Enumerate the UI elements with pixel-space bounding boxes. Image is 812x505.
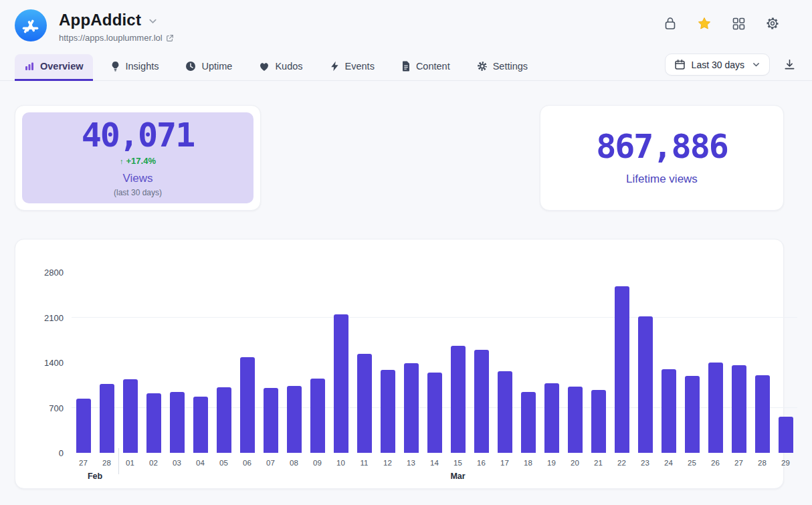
x-axis-tick-label: 10 <box>329 459 352 467</box>
tab-kudos[interactable]: Kudos <box>249 54 312 81</box>
bar-slot <box>352 272 376 453</box>
x-axis-tick-label: 03 <box>165 459 189 467</box>
bar-08[interactable] <box>287 386 302 453</box>
gear-icon[interactable] <box>765 16 780 31</box>
chevron-down-icon[interactable] <box>148 16 158 26</box>
bar-slot <box>212 272 235 453</box>
bar-04[interactable] <box>193 397 208 453</box>
arrow-up-icon: ↑ <box>120 157 124 165</box>
y-axis-tick-label: 2800 <box>44 268 64 278</box>
tab-label: Insights <box>126 61 159 72</box>
x-axis-tick-label: 20 <box>563 459 587 467</box>
bar-slot <box>165 272 189 453</box>
x-axis-tick-label: 23 <box>633 459 657 467</box>
bar-slot <box>470 272 493 453</box>
bar-slot <box>142 272 165 453</box>
app-url: https://apps.louplummer.lol <box>59 33 163 43</box>
views-label: Views <box>122 172 153 185</box>
x-axis-tick-label: 28 <box>750 459 774 467</box>
tab-uptime[interactable]: Uptime <box>176 54 241 81</box>
x-axis-tick-label: 07 <box>259 459 282 467</box>
views-stat-card: 40,071 ↑ +17.4% Views (last 30 days) <box>15 105 261 211</box>
bar-slot <box>446 272 470 453</box>
bar-14[interactable] <box>427 373 442 453</box>
bar-24[interactable] <box>662 369 676 453</box>
bar-07[interactable] <box>264 388 278 453</box>
app-store-logo-icon <box>15 9 47 41</box>
x-axis-tick-label: 17 <box>493 459 516 467</box>
tab-events[interactable]: Events <box>320 54 384 81</box>
tab-label: Uptime <box>201 61 232 72</box>
month-separator-line <box>118 448 119 474</box>
bar-13[interactable] <box>404 363 419 453</box>
bar-06[interactable] <box>240 357 255 453</box>
x-axis-tick-label: 06 <box>235 459 259 467</box>
bar-12[interactable] <box>381 370 395 453</box>
bar-slot <box>680 272 704 453</box>
x-axis-tick-label: 29 <box>774 459 797 467</box>
apps-grid-icon[interactable] <box>731 16 746 31</box>
tab-content[interactable]: Content <box>392 54 460 81</box>
x-axis-tick-label: 05 <box>212 459 235 467</box>
y-axis-tick-label: 0 <box>59 448 64 458</box>
bar-chart-plot-area: 0700140021002800272801020304050607080910… <box>72 272 797 453</box>
views-value: 40,071 <box>82 118 195 152</box>
bar-slot <box>235 272 259 453</box>
bar-slot <box>750 272 774 453</box>
bar-19[interactable] <box>544 383 559 453</box>
bar-20[interactable] <box>568 387 583 453</box>
bar-09[interactable] <box>310 379 325 453</box>
bar-slot <box>587 272 610 453</box>
month-label-mar: Mar <box>450 472 465 481</box>
app-url-link[interactable]: https://apps.louplummer.lol <box>59 33 174 43</box>
bolt-icon <box>330 61 340 72</box>
x-axis-tick-label: 02 <box>142 459 165 467</box>
tab-overview[interactable]: Overview <box>15 54 93 81</box>
bar-02[interactable] <box>146 393 161 453</box>
bar-25[interactable] <box>685 376 700 453</box>
star-icon[interactable] <box>697 16 712 31</box>
views-bar-chart-card: 0700140021002800272801020304050607080910… <box>15 239 784 489</box>
bar-17[interactable] <box>498 371 512 453</box>
bar-slot <box>329 272 352 453</box>
tab-settings[interactable]: Settings <box>468 54 537 81</box>
views-delta: ↑ +17.4% <box>120 156 156 166</box>
bar-10[interactable] <box>334 314 348 453</box>
x-axis-tick-label: 26 <box>704 459 727 467</box>
x-axis-tick-label: 24 <box>657 459 680 467</box>
bar-29[interactable] <box>779 417 793 453</box>
bar-03[interactable] <box>170 392 185 453</box>
x-axis-tick-label: 22 <box>610 459 633 467</box>
x-axis-tick-label: 27 <box>72 459 95 467</box>
bar-27[interactable] <box>76 399 91 453</box>
date-range-button[interactable]: Last 30 days <box>665 54 770 76</box>
tab-insights[interactable]: Insights <box>101 54 169 81</box>
bar-slot <box>376 272 399 453</box>
x-axis-tick-label: 25 <box>680 459 704 467</box>
bar-15[interactable] <box>451 346 466 453</box>
tabs: OverviewInsightsUptimeKudosEventsContent… <box>15 54 537 80</box>
bar-26[interactable] <box>708 363 723 453</box>
month-label-feb: Feb <box>88 472 102 481</box>
bar-slot <box>306 272 329 453</box>
bar-16[interactable] <box>474 350 489 453</box>
bar-27[interactable] <box>732 365 746 453</box>
bar-23[interactable] <box>638 316 653 453</box>
bar-21[interactable] <box>591 390 606 453</box>
download-icon[interactable] <box>782 57 797 72</box>
bar-22[interactable] <box>615 286 629 453</box>
bar-slot <box>95 272 118 453</box>
bar-01[interactable] <box>123 379 138 453</box>
x-axis-tick-label: 28 <box>95 459 118 467</box>
x-axis-tick-label: 01 <box>118 459 142 467</box>
bar-05[interactable] <box>217 387 231 453</box>
bar-slot <box>540 272 563 453</box>
lock-icon[interactable] <box>663 16 678 31</box>
bar-11[interactable] <box>357 354 372 453</box>
bar-28[interactable] <box>100 384 114 453</box>
bar-slot <box>610 272 633 453</box>
bar-18[interactable] <box>521 392 536 453</box>
bar-slot <box>657 272 680 453</box>
bar-slot <box>563 272 587 453</box>
bar-28[interactable] <box>755 375 770 453</box>
